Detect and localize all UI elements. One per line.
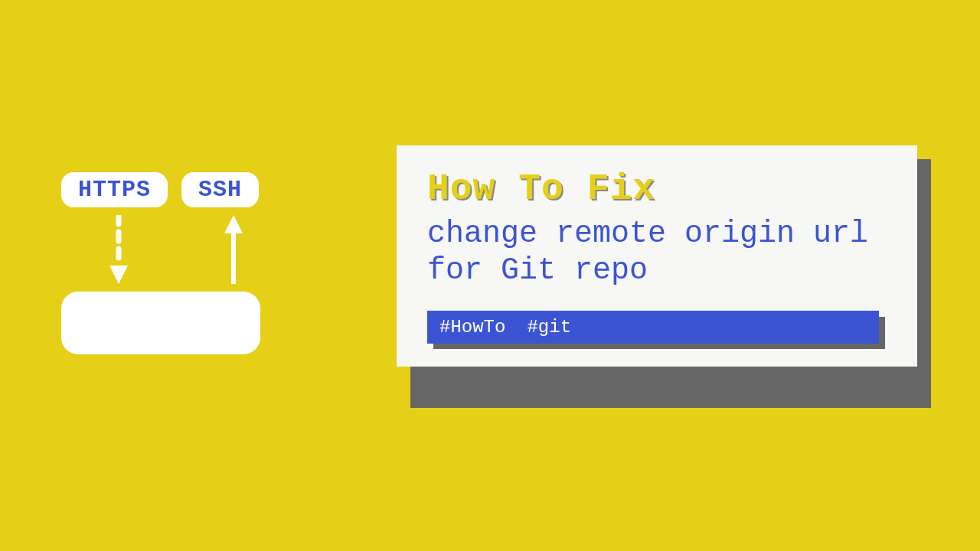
- protocol-diagram: HTTPS SSH: [61, 172, 322, 354]
- card-subheading: change remote origin url for Git repo: [427, 216, 887, 289]
- arrows-row: [61, 215, 322, 284]
- ssh-pill: SSH: [181, 172, 259, 207]
- tag-bar: #HowTo #git: [427, 311, 879, 344]
- info-card: How To Fix change remote origin url for …: [397, 145, 917, 367]
- card-heading: How To Fix: [427, 168, 887, 210]
- tag-howto: #HowTo: [439, 317, 505, 337]
- pill-row: HTTPS SSH: [61, 172, 322, 207]
- tag-bar-wrapper: #HowTo #git: [427, 311, 887, 344]
- svg-marker-3: [224, 215, 243, 233]
- svg-marker-1: [109, 266, 128, 284]
- tag-git: #git: [527, 317, 571, 337]
- card-wrapper: How To Fix change remote origin url for …: [397, 145, 917, 367]
- https-pill: HTTPS: [61, 172, 168, 207]
- arrow-down-dashed: [107, 215, 130, 284]
- repo-box: [61, 292, 260, 354]
- arrow-up-solid: [222, 215, 245, 284]
